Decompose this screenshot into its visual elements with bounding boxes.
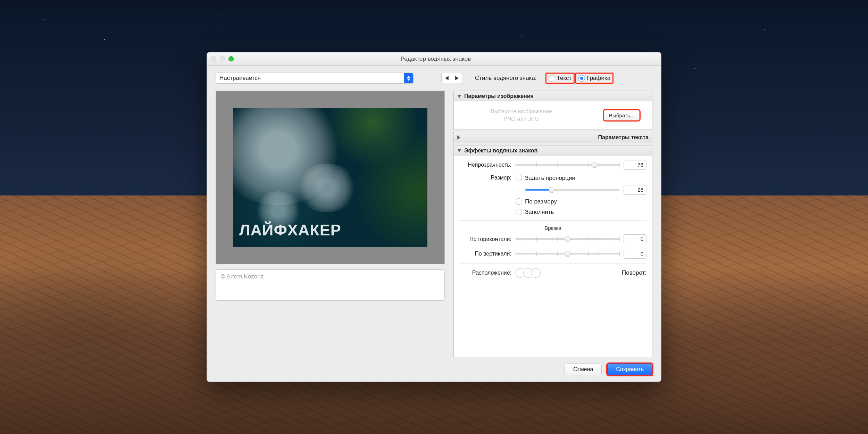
size-label: Размер: — [459, 175, 511, 181]
style-graphic-option[interactable]: Графика — [575, 73, 614, 84]
text-params-header[interactable]: Параметры текста — [454, 132, 652, 143]
opacity-value[interactable]: 76 — [624, 160, 646, 170]
watermark-effects-panel: Эффекты водяных знаков Непрозрачность: 7… — [453, 145, 652, 357]
choose-image-button[interactable]: Выбрать... — [604, 110, 640, 120]
minimize-icon[interactable] — [220, 56, 225, 61]
next-button[interactable] — [452, 73, 462, 83]
disclosure-down-icon — [457, 95, 461, 98]
opacity-label: Непрозрачность: — [459, 162, 511, 168]
size-proportional-option[interactable]: Задать пропорции — [516, 175, 646, 182]
rotation-label: Поворот: — [622, 269, 646, 276]
vertical-label: По вертикали: — [459, 251, 511, 257]
radio-checked-icon — [578, 75, 585, 82]
select-arrows-icon — [404, 73, 413, 83]
preview-area: ЛАЙФХАКЕР — [216, 91, 445, 264]
size-fill-option[interactable]: Заполнить — [516, 209, 646, 216]
watermark-style-label: Стиль водяного знака: — [475, 75, 537, 82]
window-title: Редактор водяных знаков — [234, 56, 638, 62]
effects-header[interactable]: Эффекты водяных знаков — [454, 145, 652, 156]
radio-icon — [516, 175, 522, 181]
zoom-icon[interactable] — [228, 56, 234, 61]
radio-icon — [516, 198, 522, 205]
titlebar: Редактор водяных знаков — [207, 52, 661, 66]
size-slider[interactable] — [525, 189, 619, 191]
horizontal-value[interactable]: 0 — [624, 234, 646, 244]
cancel-button[interactable]: Отмена — [565, 364, 602, 375]
inset-label: Врезка — [459, 225, 646, 231]
prev-button[interactable] — [441, 73, 452, 83]
horizontal-label: По горизонтали: — [459, 236, 511, 242]
copyright-input[interactable]: © Artem Kozoriz — [216, 269, 445, 301]
choose-image-hint: Выберите изображение PNG или JPG — [491, 108, 552, 123]
vertical-slider[interactable] — [516, 253, 619, 254]
placement-label: Расположение: — [459, 270, 511, 276]
size-value[interactable]: 28 — [624, 185, 646, 195]
text-params-panel: Параметры текста — [453, 132, 652, 143]
watermark-overlay-text: ЛАЙФХАКЕР — [239, 221, 341, 239]
close-icon[interactable] — [211, 56, 216, 61]
watermark-editor-dialog: Редактор водяных знаков Настраивается Ст… — [207, 52, 661, 382]
horizontal-slider[interactable] — [516, 238, 619, 240]
image-params-header[interactable]: Параметры изображения — [454, 91, 652, 101]
preview-image: ЛАЙФХАКЕР — [233, 108, 427, 247]
radio-icon — [516, 209, 522, 215]
style-text-option[interactable]: Текст — [545, 73, 575, 84]
radio-icon — [549, 75, 555, 82]
disclosure-down-icon — [457, 149, 461, 152]
placement-anchor-grid[interactable] — [516, 268, 541, 278]
vertical-value[interactable]: 0 — [624, 249, 646, 259]
opacity-slider[interactable] — [516, 164, 619, 166]
image-params-panel: Параметры изображения Выберите изображен… — [453, 91, 652, 130]
save-button[interactable]: Сохранить — [607, 364, 652, 375]
preset-label: Настраивается — [219, 75, 261, 82]
preset-select[interactable]: Настраивается — [216, 73, 414, 84]
disclosure-right-icon — [457, 135, 595, 140]
size-fit-option[interactable]: По размеру — [516, 198, 646, 205]
